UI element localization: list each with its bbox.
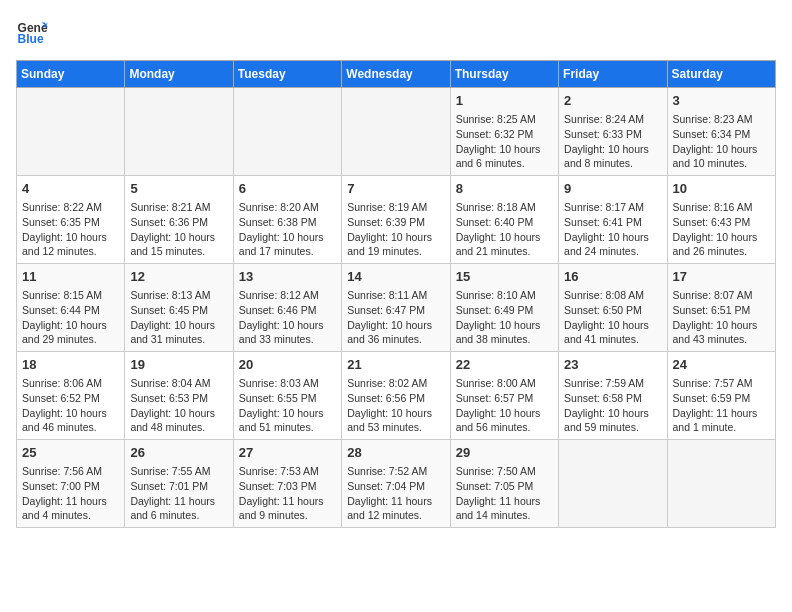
weekday-header-wednesday: Wednesday (342, 61, 450, 88)
calendar-cell: 8Sunrise: 8:18 AMSunset: 6:40 PMDaylight… (450, 176, 558, 264)
calendar-cell: 5Sunrise: 8:21 AMSunset: 6:36 PMDaylight… (125, 176, 233, 264)
calendar-cell: 1Sunrise: 8:25 AMSunset: 6:32 PMDaylight… (450, 88, 558, 176)
day-info: Sunrise: 8:06 AMSunset: 6:52 PMDaylight:… (22, 376, 119, 435)
day-number: 16 (564, 268, 661, 286)
day-info: Sunrise: 8:21 AMSunset: 6:36 PMDaylight:… (130, 200, 227, 259)
calendar-cell: 14Sunrise: 8:11 AMSunset: 6:47 PMDayligh… (342, 264, 450, 352)
day-number: 18 (22, 356, 119, 374)
day-number: 11 (22, 268, 119, 286)
calendar-cell: 11Sunrise: 8:15 AMSunset: 6:44 PMDayligh… (17, 264, 125, 352)
day-info: Sunrise: 8:19 AMSunset: 6:39 PMDaylight:… (347, 200, 444, 259)
day-info: Sunrise: 7:50 AMSunset: 7:05 PMDaylight:… (456, 464, 553, 523)
day-number: 25 (22, 444, 119, 462)
day-number: 9 (564, 180, 661, 198)
day-info: Sunrise: 8:04 AMSunset: 6:53 PMDaylight:… (130, 376, 227, 435)
day-info: Sunrise: 8:15 AMSunset: 6:44 PMDaylight:… (22, 288, 119, 347)
calendar-cell: 20Sunrise: 8:03 AMSunset: 6:55 PMDayligh… (233, 352, 341, 440)
calendar-table: SundayMondayTuesdayWednesdayThursdayFrid… (16, 60, 776, 528)
day-number: 12 (130, 268, 227, 286)
day-info: Sunrise: 7:55 AMSunset: 7:01 PMDaylight:… (130, 464, 227, 523)
day-number: 2 (564, 92, 661, 110)
calendar-cell: 19Sunrise: 8:04 AMSunset: 6:53 PMDayligh… (125, 352, 233, 440)
calendar-cell: 7Sunrise: 8:19 AMSunset: 6:39 PMDaylight… (342, 176, 450, 264)
day-info: Sunrise: 8:08 AMSunset: 6:50 PMDaylight:… (564, 288, 661, 347)
day-number: 20 (239, 356, 336, 374)
day-number: 23 (564, 356, 661, 374)
calendar-cell: 29Sunrise: 7:50 AMSunset: 7:05 PMDayligh… (450, 440, 558, 528)
calendar-cell: 15Sunrise: 8:10 AMSunset: 6:49 PMDayligh… (450, 264, 558, 352)
day-info: Sunrise: 8:17 AMSunset: 6:41 PMDaylight:… (564, 200, 661, 259)
day-number: 22 (456, 356, 553, 374)
day-info: Sunrise: 7:57 AMSunset: 6:59 PMDaylight:… (673, 376, 770, 435)
day-number: 8 (456, 180, 553, 198)
day-number: 3 (673, 92, 770, 110)
day-number: 4 (22, 180, 119, 198)
calendar-cell: 10Sunrise: 8:16 AMSunset: 6:43 PMDayligh… (667, 176, 775, 264)
day-number: 19 (130, 356, 227, 374)
day-info: Sunrise: 8:25 AMSunset: 6:32 PMDaylight:… (456, 112, 553, 171)
calendar-cell (667, 440, 775, 528)
calendar-cell: 27Sunrise: 7:53 AMSunset: 7:03 PMDayligh… (233, 440, 341, 528)
day-number: 21 (347, 356, 444, 374)
day-number: 17 (673, 268, 770, 286)
day-number: 13 (239, 268, 336, 286)
day-number: 5 (130, 180, 227, 198)
weekday-header-sunday: Sunday (17, 61, 125, 88)
day-info: Sunrise: 8:07 AMSunset: 6:51 PMDaylight:… (673, 288, 770, 347)
calendar-cell: 25Sunrise: 7:56 AMSunset: 7:00 PMDayligh… (17, 440, 125, 528)
calendar-cell: 9Sunrise: 8:17 AMSunset: 6:41 PMDaylight… (559, 176, 667, 264)
calendar-cell: 18Sunrise: 8:06 AMSunset: 6:52 PMDayligh… (17, 352, 125, 440)
weekday-header-thursday: Thursday (450, 61, 558, 88)
day-info: Sunrise: 8:16 AMSunset: 6:43 PMDaylight:… (673, 200, 770, 259)
day-number: 29 (456, 444, 553, 462)
day-number: 10 (673, 180, 770, 198)
calendar-cell: 13Sunrise: 8:12 AMSunset: 6:46 PMDayligh… (233, 264, 341, 352)
calendar-week-5: 25Sunrise: 7:56 AMSunset: 7:00 PMDayligh… (17, 440, 776, 528)
calendar-week-4: 18Sunrise: 8:06 AMSunset: 6:52 PMDayligh… (17, 352, 776, 440)
calendar-cell (17, 88, 125, 176)
weekday-header-monday: Monday (125, 61, 233, 88)
logo-icon: General Blue (16, 16, 48, 48)
day-info: Sunrise: 8:11 AMSunset: 6:47 PMDaylight:… (347, 288, 444, 347)
calendar-cell (559, 440, 667, 528)
calendar-cell: 6Sunrise: 8:20 AMSunset: 6:38 PMDaylight… (233, 176, 341, 264)
day-info: Sunrise: 8:20 AMSunset: 6:38 PMDaylight:… (239, 200, 336, 259)
day-info: Sunrise: 8:22 AMSunset: 6:35 PMDaylight:… (22, 200, 119, 259)
calendar-cell: 21Sunrise: 8:02 AMSunset: 6:56 PMDayligh… (342, 352, 450, 440)
weekday-header-tuesday: Tuesday (233, 61, 341, 88)
day-info: Sunrise: 8:12 AMSunset: 6:46 PMDaylight:… (239, 288, 336, 347)
day-number: 6 (239, 180, 336, 198)
day-info: Sunrise: 8:13 AMSunset: 6:45 PMDaylight:… (130, 288, 227, 347)
calendar-cell: 23Sunrise: 7:59 AMSunset: 6:58 PMDayligh… (559, 352, 667, 440)
day-info: Sunrise: 8:18 AMSunset: 6:40 PMDaylight:… (456, 200, 553, 259)
logo: General Blue (16, 16, 52, 48)
calendar-week-1: 1Sunrise: 8:25 AMSunset: 6:32 PMDaylight… (17, 88, 776, 176)
page-header: General Blue (16, 16, 776, 48)
calendar-cell: 3Sunrise: 8:23 AMSunset: 6:34 PMDaylight… (667, 88, 775, 176)
svg-text:Blue: Blue (18, 32, 44, 46)
day-info: Sunrise: 7:52 AMSunset: 7:04 PMDaylight:… (347, 464, 444, 523)
day-number: 1 (456, 92, 553, 110)
day-number: 24 (673, 356, 770, 374)
day-info: Sunrise: 8:00 AMSunset: 6:57 PMDaylight:… (456, 376, 553, 435)
day-number: 7 (347, 180, 444, 198)
day-info: Sunrise: 8:24 AMSunset: 6:33 PMDaylight:… (564, 112, 661, 171)
day-number: 15 (456, 268, 553, 286)
day-number: 26 (130, 444, 227, 462)
calendar-cell: 26Sunrise: 7:55 AMSunset: 7:01 PMDayligh… (125, 440, 233, 528)
calendar-cell (125, 88, 233, 176)
calendar-cell: 16Sunrise: 8:08 AMSunset: 6:50 PMDayligh… (559, 264, 667, 352)
calendar-cell (342, 88, 450, 176)
calendar-cell: 24Sunrise: 7:57 AMSunset: 6:59 PMDayligh… (667, 352, 775, 440)
day-info: Sunrise: 7:56 AMSunset: 7:00 PMDaylight:… (22, 464, 119, 523)
calendar-cell: 2Sunrise: 8:24 AMSunset: 6:33 PMDaylight… (559, 88, 667, 176)
calendar-week-2: 4Sunrise: 8:22 AMSunset: 6:35 PMDaylight… (17, 176, 776, 264)
day-info: Sunrise: 8:23 AMSunset: 6:34 PMDaylight:… (673, 112, 770, 171)
day-info: Sunrise: 8:03 AMSunset: 6:55 PMDaylight:… (239, 376, 336, 435)
day-info: Sunrise: 7:59 AMSunset: 6:58 PMDaylight:… (564, 376, 661, 435)
day-number: 28 (347, 444, 444, 462)
day-info: Sunrise: 7:53 AMSunset: 7:03 PMDaylight:… (239, 464, 336, 523)
day-number: 14 (347, 268, 444, 286)
weekday-header-saturday: Saturday (667, 61, 775, 88)
calendar-week-3: 11Sunrise: 8:15 AMSunset: 6:44 PMDayligh… (17, 264, 776, 352)
